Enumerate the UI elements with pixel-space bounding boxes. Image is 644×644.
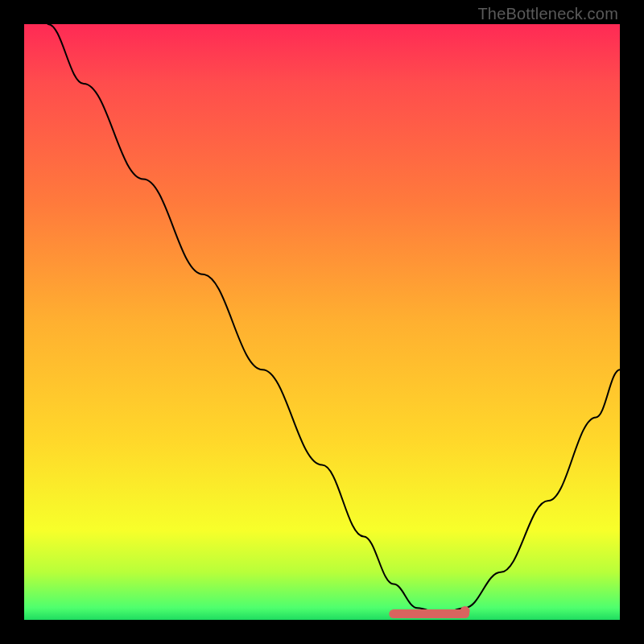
- chart-frame: TheBottleneck.com: [0, 0, 644, 644]
- attribution-text: TheBottleneck.com: [477, 5, 618, 23]
- curve-svg: [24, 24, 620, 620]
- bottleneck-curve: [48, 24, 620, 614]
- plot-area: [24, 24, 620, 620]
- optimal-point-marker: [460, 606, 470, 616]
